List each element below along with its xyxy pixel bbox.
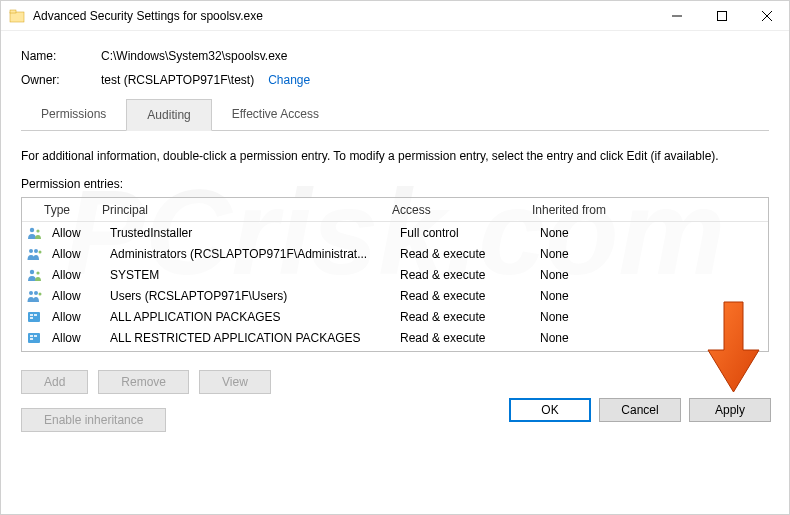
svg-rect-17 (30, 314, 33, 316)
name-row: Name: C:\Windows\System32\spoolsv.exe (21, 49, 769, 63)
principal-icon (27, 289, 43, 303)
tab-permissions[interactable]: Permissions (21, 99, 126, 130)
table-row[interactable]: AllowUsers (RCSLAPTOP971F\Users)Read & e… (22, 285, 768, 306)
window-controls (654, 1, 789, 31)
cell-access: Read & execute (392, 268, 532, 282)
svg-point-12 (36, 271, 39, 274)
name-value: C:\Windows\System32\spoolsv.exe (101, 49, 288, 63)
header-access[interactable]: Access (384, 203, 524, 217)
view-button[interactable]: View (199, 370, 271, 394)
cell-principal: ALL APPLICATION PACKAGES (102, 310, 392, 324)
table-header: Type Principal Access Inherited from (22, 198, 768, 222)
svg-point-9 (34, 249, 38, 253)
cell-access: Full control (392, 226, 532, 240)
tab-auditing[interactable]: Auditing (126, 99, 211, 131)
svg-rect-23 (30, 338, 33, 340)
table-row[interactable]: AllowTrustedInstallerFull controlNone (22, 222, 768, 243)
permission-entries-label: Permission entries: (21, 177, 769, 191)
cell-principal: ALL RESTRICTED APPLICATION PACKAGES (102, 331, 392, 345)
cell-inherited: None (532, 226, 768, 240)
header-inherited[interactable]: Inherited from (524, 203, 768, 217)
svg-rect-1 (10, 10, 16, 13)
header-type[interactable]: Type (36, 203, 94, 217)
svg-point-6 (30, 227, 34, 231)
owner-row: Owner: test (RCSLAPTOP971F\test) Change (21, 73, 769, 87)
principal-icon (27, 247, 43, 261)
cell-inherited: None (532, 247, 768, 261)
maximize-button[interactable] (699, 1, 744, 31)
owner-label: Owner: (21, 73, 101, 87)
cell-principal: SYSTEM (102, 268, 392, 282)
ok-button[interactable]: OK (509, 398, 591, 422)
table-row[interactable]: AllowAdministrators (RCSLAPTOP971F\Admin… (22, 243, 768, 264)
titlebar: Advanced Security Settings for spoolsv.e… (1, 1, 789, 31)
svg-rect-20 (28, 333, 40, 343)
principal-icon (27, 331, 43, 345)
cell-principal: Administrators (RCSLAPTOP971F\Administra… (102, 247, 392, 261)
minimize-button[interactable] (654, 1, 699, 31)
instruction-text: For additional information, double-click… (21, 149, 769, 163)
name-label: Name: (21, 49, 101, 63)
cell-inherited: None (532, 268, 768, 282)
window-title: Advanced Security Settings for spoolsv.e… (33, 9, 654, 23)
svg-rect-22 (34, 335, 37, 337)
table-row[interactable]: AllowALL RESTRICTED APPLICATION PACKAGES… (22, 327, 768, 348)
tab-effective-access[interactable]: Effective Access (212, 99, 339, 130)
cancel-button[interactable]: Cancel (599, 398, 681, 422)
cell-principal: TrustedInstaller (102, 226, 392, 240)
svg-rect-16 (28, 312, 40, 322)
svg-point-14 (34, 291, 38, 295)
svg-point-13 (29, 291, 33, 295)
cell-access: Read & execute (392, 289, 532, 303)
svg-point-15 (39, 292, 42, 295)
table-row[interactable]: AllowALL APPLICATION PACKAGESRead & exec… (22, 306, 768, 327)
tabs: Permissions Auditing Effective Access (21, 99, 769, 131)
svg-point-11 (30, 269, 34, 273)
svg-point-10 (39, 250, 42, 253)
cell-type: Allow (44, 226, 102, 240)
enable-inheritance-button[interactable]: Enable inheritance (21, 408, 166, 432)
svg-rect-21 (30, 335, 33, 337)
remove-button[interactable]: Remove (98, 370, 189, 394)
principal-icon (27, 226, 43, 240)
cell-type: Allow (44, 268, 102, 282)
cell-type: Allow (44, 247, 102, 261)
permission-table: Type Principal Access Inherited from All… (21, 197, 769, 352)
svg-point-8 (29, 249, 33, 253)
svg-rect-19 (30, 317, 33, 319)
cell-principal: Users (RCSLAPTOP971F\Users) (102, 289, 392, 303)
cell-access: Read & execute (392, 247, 532, 261)
principal-icon (27, 310, 43, 324)
cell-type: Allow (44, 310, 102, 324)
dialog-footer: OK Cancel Apply (509, 398, 771, 422)
cell-access: Read & execute (392, 331, 532, 345)
svg-rect-3 (717, 11, 726, 20)
close-button[interactable] (744, 1, 789, 31)
svg-point-7 (36, 229, 39, 232)
change-owner-link[interactable]: Change (268, 73, 310, 87)
cell-access: Read & execute (392, 310, 532, 324)
svg-rect-18 (34, 314, 37, 316)
cell-type: Allow (44, 289, 102, 303)
add-button[interactable]: Add (21, 370, 88, 394)
folder-security-icon (9, 8, 25, 24)
arrow-annotation-icon (706, 300, 761, 399)
entry-buttons: Add Remove View (21, 370, 769, 394)
apply-button[interactable]: Apply (689, 398, 771, 422)
principal-icon (27, 268, 43, 282)
cell-type: Allow (44, 331, 102, 345)
table-row[interactable]: AllowSYSTEMRead & executeNone (22, 264, 768, 285)
owner-value: test (RCSLAPTOP971F\test) (101, 73, 254, 87)
svg-rect-0 (10, 12, 24, 22)
header-principal[interactable]: Principal (94, 203, 384, 217)
